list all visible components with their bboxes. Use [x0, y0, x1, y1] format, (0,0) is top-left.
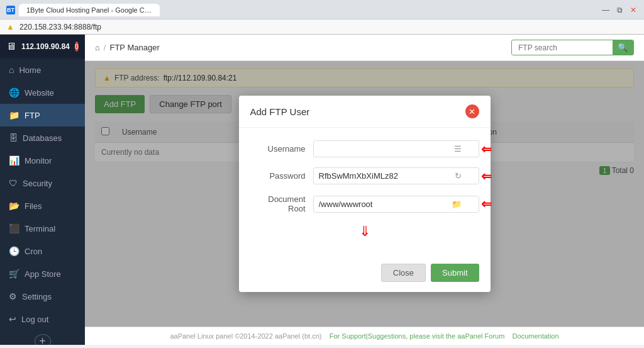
modal-close-btn[interactable]: Close	[381, 264, 426, 282]
sidebar-item-home[interactable]: ⌂ Home	[0, 59, 85, 81]
browser-favicon: BT	[6, 6, 15, 14]
sidebar-label-security: Security	[23, 179, 52, 188]
terminal-icon: ⬛	[9, 223, 19, 233]
sidebar-label-ftp: FTP	[25, 111, 40, 120]
sidebar-item-monitor[interactable]: 📊 Monitor	[0, 149, 85, 172]
server-ip: 112.109.90.84	[21, 42, 70, 51]
minimize-button[interactable]: —	[601, 6, 610, 14]
breadcrumb-home-icon: ⌂	[95, 43, 100, 52]
username-label: Username	[250, 144, 313, 154]
add-ftp-modal: Add FTP User ✕ Username ☰ ⇐	[239, 96, 491, 292]
breadcrumb: ⌂ / FTP Manager	[95, 43, 160, 52]
down-arrow-container: ⇓	[250, 223, 479, 240]
sidebar-header: 🖥 112.109.90.84 0	[0, 35, 85, 59]
databases-icon: 🗄	[9, 133, 18, 143]
security-warning-icon: ▲	[6, 22, 14, 31]
sidebar: 🖥 112.109.90.84 0 ⌂ Home 🌐 Website 📁 FTP…	[0, 35, 85, 345]
folder-icon[interactable]: 📁	[452, 199, 462, 209]
password-arrow-icon: ⇐	[481, 169, 492, 184]
notification-badge: 0	[75, 42, 79, 52]
browser-url: 220.158.233.94:8888/ftp	[19, 23, 101, 31]
footer-doc-link[interactable]: Documentation	[513, 332, 559, 340]
security-icon: 🛡	[9, 178, 18, 188]
username-icon: ☰	[454, 144, 462, 154]
browser-controls: — ⧉ ✕	[601, 6, 638, 14]
settings-icon: ⚙	[9, 291, 17, 301]
username-row: Username ☰ ⇐	[250, 140, 479, 157]
sidebar-item-appstore[interactable]: 🛒 App Store	[0, 262, 85, 285]
sidebar-label-settings: Settings	[22, 292, 52, 301]
sidebar-item-security[interactable]: 🛡 Security	[0, 172, 85, 194]
ftp-search-button[interactable]: 🔍	[613, 40, 633, 55]
sidebar-label-terminal: Terminal	[25, 224, 55, 233]
document-root-row: Document Root 📁 ⇐	[250, 194, 479, 213]
footer-copyright: aaPanel Linux panel ©2014-2022 aaPanel (…	[170, 332, 321, 340]
modal-submit-btn[interactable]: Submit	[431, 264, 479, 282]
top-bar: ⌂ / FTP Manager 🔍	[85, 35, 644, 61]
modal-header: Add FTP User ✕	[239, 96, 491, 128]
monitor-icon: 📊	[9, 155, 19, 166]
refresh-icon[interactable]: ↻	[455, 171, 462, 181]
sidebar-label-home: Home	[19, 65, 41, 75]
browser-address-bar: ▲ 220.158.233.94:8888/ftp	[0, 19, 644, 34]
sidebar-label-cron: Cron	[25, 247, 42, 256]
sidebar-item-files[interactable]: 📂 Files	[0, 194, 85, 217]
username-arrow-icon: ⇐	[481, 142, 492, 157]
footer-support-link[interactable]: For Support|Suggestions, please visit th…	[330, 332, 505, 340]
document-root-arrow-icon: ⇐	[481, 196, 492, 211]
app-wrapper: 🖥 112.109.90.84 0 ⌂ Home 🌐 Website 📁 FTP…	[0, 35, 644, 345]
sidebar-label-website: Website	[25, 88, 54, 98]
breadcrumb-current: FTP Manager	[109, 43, 159, 52]
cron-icon: 🕒	[9, 246, 19, 256]
sidebar-label-logout: Log out	[21, 315, 48, 324]
website-icon: 🌐	[9, 87, 19, 98]
sidebar-label-files: Files	[25, 201, 42, 211]
ftp-search-input[interactable]	[512, 41, 613, 55]
appstore-icon: 🛒	[9, 269, 19, 279]
ftp-search-box[interactable]: 🔍	[511, 40, 634, 55]
browser-tab-label: 1Byte Cloud Hosting Panel - Google Chrom…	[26, 6, 152, 14]
modal-footer: Close Submit	[239, 257, 491, 292]
down-arrow-icon: ⇓	[359, 223, 370, 240]
home-icon: ⌂	[9, 65, 14, 75]
modal-overlay: Add FTP User ✕ Username ☰ ⇐	[85, 61, 644, 327]
logout-icon: ↩	[9, 314, 16, 324]
breadcrumb-separator: /	[104, 43, 106, 52]
browser-chrome: BT 1Byte Cloud Hosting Panel - Google Ch…	[0, 0, 644, 35]
restore-button[interactable]: ⧉	[615, 6, 624, 14]
sidebar-label-monitor: Monitor	[25, 156, 52, 166]
footer: aaPanel Linux panel ©2014-2022 aaPanel (…	[85, 327, 644, 345]
browser-title-bar: BT 1Byte Cloud Hosting Panel - Google Ch…	[0, 0, 644, 19]
files-icon: 📂	[9, 201, 19, 211]
modal-close-button[interactable]: ✕	[465, 104, 479, 118]
close-button[interactable]: ✕	[629, 6, 638, 14]
password-row: Password ↻ ⇐	[250, 167, 479, 184]
main-content: ⌂ / FTP Manager 🔍 ▲ FTP address: ftp://1…	[85, 35, 644, 345]
browser-tab: 1Byte Cloud Hosting Panel - Google Chrom…	[19, 4, 160, 16]
sidebar-item-ftp[interactable]: 📁 FTP	[0, 104, 85, 126]
sidebar-item-terminal[interactable]: ⬛ Terminal	[0, 217, 85, 240]
modal-title: Add FTP User	[250, 106, 310, 117]
password-label: Password	[250, 171, 313, 181]
add-server-button[interactable]: +	[35, 334, 51, 345]
sidebar-item-databases[interactable]: 🗄 Databases	[0, 126, 85, 149]
sidebar-item-settings[interactable]: ⚙ Settings	[0, 285, 85, 308]
panel-icon: 🖥	[6, 41, 16, 52]
modal-body: Username ☰ ⇐ Password ↻ ⇐	[239, 128, 491, 257]
document-root-label: Document Root	[250, 194, 313, 213]
sidebar-label-appstore: App Store	[25, 269, 61, 279]
page-body: ▲ FTP address: ftp://112.109.90.84:21 Ad…	[85, 61, 644, 327]
ftp-icon: 📁	[9, 110, 19, 120]
sidebar-item-cron[interactable]: 🕒 Cron	[0, 240, 85, 262]
sidebar-label-databases: Databases	[23, 133, 62, 143]
sidebar-item-logout[interactable]: ↩ Log out	[0, 308, 85, 330]
sidebar-item-website[interactable]: 🌐 Website	[0, 81, 85, 104]
